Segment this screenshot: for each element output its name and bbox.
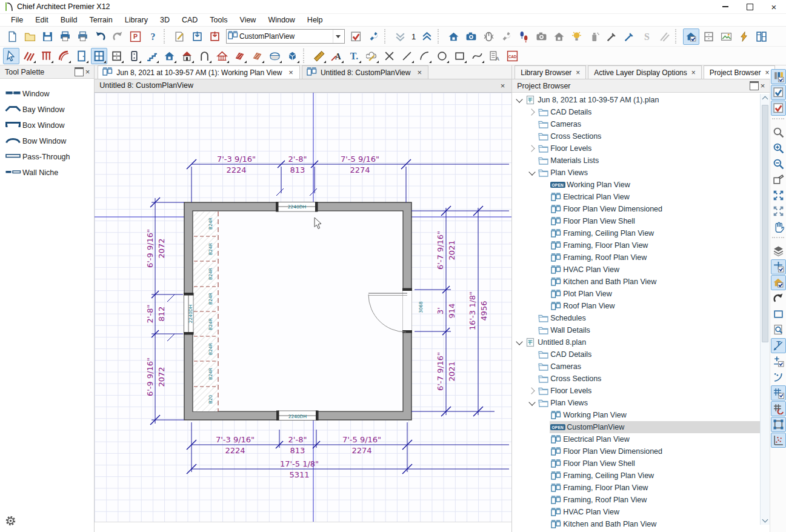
menu-cad[interactable]: CAD (176, 15, 204, 25)
menu-build[interactable]: Build (55, 15, 84, 25)
plan-display-options-icon[interactable] (771, 101, 786, 116)
print-layout-icon[interactable]: P (127, 28, 144, 45)
dimension-icon[interactable] (311, 48, 327, 64)
edit-handles-icon[interactable] (771, 417, 786, 432)
tree-item-materials-lists[interactable]: Materials Lists (512, 155, 760, 167)
close-document-icon[interactable]: × (499, 81, 507, 90)
terrain-icon[interactable] (718, 28, 734, 45)
minimize-button[interactable] (713, 0, 738, 13)
undo-zoom-icon[interactable] (771, 172, 786, 187)
menu-edit[interactable]: Edit (29, 15, 55, 25)
tree-item-wall-details[interactable]: Wall Details (512, 324, 760, 336)
tree-item-framing-ceiling-plan-view[interactable]: Framing, Ceiling Plan View (512, 470, 760, 482)
tree-item-framing-floor-plan-view[interactable]: Framing, Floor Plan View (512, 239, 760, 251)
scroll-down-icon[interactable] (761, 516, 770, 525)
tree-item-floor-plan-view-dimensioned[interactable]: Floor Plan View Dimensioned (512, 203, 760, 215)
new-file-icon[interactable] (4, 28, 21, 45)
expand-chevron-icon[interactable] (527, 110, 537, 115)
print-preview-icon[interactable] (75, 28, 91, 45)
tree-item-customplanview[interactable]: OPENCustomPlanView (512, 421, 760, 433)
edit-plan-view-icon[interactable] (172, 28, 188, 45)
tree-item-untitled-8-plan[interactable]: Untitled 8.plan (512, 336, 760, 348)
panel-tab-active-layer-display-options[interactable]: Active Layer Display Options× (588, 65, 701, 79)
spray-icon[interactable] (586, 28, 602, 45)
window-top[interactable]: 2240DH (276, 202, 318, 212)
tree-item-cad-details[interactable]: CAD Details (512, 106, 760, 118)
window-bottom[interactable]: 2240DH (276, 410, 319, 421)
framing-icon[interactable] (214, 48, 230, 64)
layer-painter-icon[interactable] (771, 244, 786, 259)
stairs-icon[interactable] (144, 48, 160, 64)
appliance-icon[interactable] (196, 48, 213, 64)
angle-snaps-icon[interactable] (771, 370, 786, 385)
save-icon[interactable] (39, 28, 56, 45)
tree-item-hvac-plan-view[interactable]: HVAC Plan View (512, 264, 760, 276)
menu-window[interactable]: Window (262, 15, 301, 25)
plan-view-selector[interactable]: CustomPlanView (226, 29, 345, 44)
palette-item-box-window[interactable]: Box Window (0, 118, 94, 133)
tree-item-floor-plan-view-dimensioned[interactable]: Floor Plan View Dimensioned (512, 445, 760, 457)
tree-item-working-plan-view[interactable]: Working Plan View (512, 409, 760, 421)
tree-item-floor-levels[interactable]: Floor Levels (512, 142, 760, 155)
menu-tools[interactable]: Tools (204, 15, 233, 25)
soffit-icon[interactable] (267, 48, 283, 64)
palette-item-pass-through[interactable]: Pass-Through (0, 149, 94, 165)
cad-rect-icon[interactable] (451, 48, 468, 64)
collapse-chevron-icon[interactable] (527, 402, 537, 405)
close-tab-icon[interactable]: × (691, 68, 696, 77)
record-walkthrough-icon[interactable] (533, 28, 550, 45)
close-panel-icon[interactable]: × (84, 67, 92, 76)
cad-detail-icon[interactable]: A (487, 48, 503, 64)
float-panel-icon[interactable] (750, 81, 759, 90)
schedule-icon[interactable] (753, 28, 770, 45)
wall-tools-icon[interactable] (21, 48, 37, 64)
layer-display-options-icon[interactable] (771, 69, 786, 84)
electrical-icon[interactable] (736, 28, 752, 45)
save-plan-view-icon[interactable] (189, 28, 205, 45)
chevron-down-icon[interactable] (333, 30, 343, 43)
menu-file[interactable]: File (5, 15, 29, 25)
menu-view[interactable]: View (234, 15, 262, 25)
close-tab-icon[interactable]: × (415, 68, 424, 77)
camera-view-icon[interactable] (445, 28, 462, 45)
skylight-icon[interactable] (249, 48, 265, 64)
temp-dimensions-icon[interactable]: T (771, 338, 786, 353)
object-snaps-icon[interactable] (771, 354, 786, 369)
tree-item-framing-floor-plan-view[interactable]: Framing, Floor Plan View (512, 482, 760, 494)
dollhouse-view-icon[interactable] (551, 28, 567, 45)
eyedropper-icon[interactable] (604, 28, 620, 45)
tree-item-floor-plan-view-shell[interactable]: Floor Plan View Shell (512, 215, 760, 227)
railing-tools-icon[interactable] (38, 48, 55, 64)
select-objects-icon[interactable] (3, 48, 19, 64)
scroll-up-icon[interactable] (761, 94, 770, 102)
palette-item-wall-niche[interactable]: Wall Niche (0, 165, 94, 181)
tree-item-cad-details[interactable]: CAD Details (512, 348, 760, 361)
window-left[interactable]: 2240DH (184, 293, 194, 335)
tree-item-floor-plan-view-shell[interactable]: Floor Plan View Shell (512, 457, 760, 470)
open-file-icon[interactable] (22, 28, 38, 45)
fixture-icon[interactable] (126, 48, 142, 64)
exterior-fixture-icon[interactable] (179, 48, 195, 64)
cad-circle-icon[interactable] (434, 48, 450, 64)
tree-item-cross-sections[interactable]: Cross Sections (512, 373, 760, 385)
close-panel-icon[interactable]: × (759, 81, 767, 90)
tree-item-schedules[interactable]: Schedules (512, 312, 760, 324)
tree-item-cameras[interactable]: Cameras (512, 118, 760, 130)
center-point-icon[interactable] (771, 259, 786, 274)
tree-item-plan-views[interactable]: Plan Views (512, 167, 760, 179)
palette-item-bow-window[interactable]: Bow Window (0, 133, 94, 149)
panel-tab-library-browser[interactable]: Library Browser× (515, 65, 586, 79)
cad-arc-icon[interactable] (416, 48, 433, 64)
close-tab-icon[interactable]: × (765, 68, 769, 77)
document-tab-1[interactable]: Jun 8, 2021 at 10-39-57 AM (1): Working … (98, 65, 300, 79)
rotate-view-icon[interactable] (771, 291, 786, 306)
zoom-icon[interactable] (771, 125, 786, 140)
delete-cad-icon[interactable] (381, 48, 398, 64)
zoom-out-icon[interactable] (771, 156, 786, 171)
maximize-button[interactable] (738, 0, 762, 13)
fill-window-icon[interactable] (771, 188, 786, 203)
walkthrough-icon[interactable] (516, 28, 532, 45)
tree-item-kitchen-and-bath-plan-view[interactable]: Kitchen and Bath Plan View (512, 276, 760, 288)
save-plan-view-as-icon[interactable] (207, 28, 223, 45)
tree-scrollbar[interactable] (760, 94, 770, 525)
